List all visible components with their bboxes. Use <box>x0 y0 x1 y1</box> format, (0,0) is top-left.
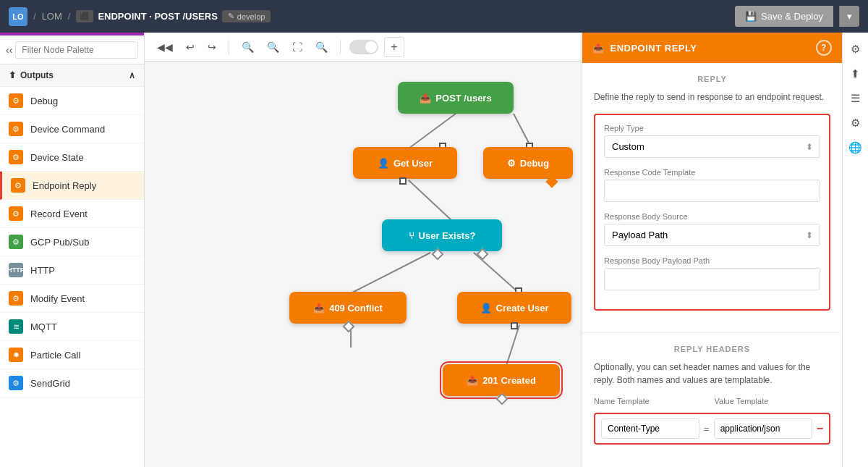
node-debug[interactable]: ⚙ Debug <box>483 147 573 179</box>
modify-event-icon: ⚙ <box>9 291 23 306</box>
sidebar-item-gcp-pubsub[interactable]: ⚙ GCP Pub/Sub <box>0 228 144 256</box>
post-users-label: POST /users <box>435 93 491 104</box>
sidebar-back-btn[interactable]: ‹‹ <box>6 44 12 56</box>
name-template-col-label: Name Template <box>594 397 706 405</box>
get-user-icon: 👤 <box>378 158 389 169</box>
topbar-logo[interactable]: LO <box>9 7 27 26</box>
toggle-knob <box>365 41 377 53</box>
undo-btn[interactable]: ↩ <box>182 39 198 55</box>
branch-label: develop <box>237 12 265 21</box>
svg-line-2 <box>409 180 452 221</box>
value-template-col-label: Value Template <box>715 397 827 405</box>
zoom-plus-btn[interactable]: 🔍 <box>263 39 283 55</box>
topbar-left: LO / LOM / ⬛ ENDPOINT · POST /USERS ✎ de… <box>9 7 271 26</box>
user-exists-label: User Exists? <box>419 230 476 241</box>
header-value-input-0[interactable] <box>714 418 812 439</box>
reply-section: REPLY Define the reply to send in respon… <box>582 63 842 333</box>
sidebar-item-http[interactable]: HTTP HTTP <box>0 256 144 285</box>
right-sidebar-globe-btn[interactable]: 🌐 <box>845 137 867 159</box>
device-state-label: Device State <box>30 152 84 163</box>
response-code-label: Response Code Template <box>604 168 820 177</box>
panel-header-icon: 📤 <box>592 43 605 54</box>
right-sidebar: ⚙ ⬆ ☰ ⚙ 🌐 <box>842 33 868 467</box>
breadcrumb-lom[interactable]: LOM <box>42 11 62 22</box>
add-node-btn[interactable]: + <box>384 37 404 57</box>
toolbar-sep2 <box>340 40 341 54</box>
sidebar-item-sendgrid[interactable]: ⚙ SendGrid <box>0 369 144 397</box>
right-sidebar-settings-btn[interactable]: ⚙ <box>845 38 867 60</box>
response-code-input[interactable]: 201 <box>604 180 820 202</box>
debug-label: Debug <box>30 96 58 106</box>
sidebar-item-modify-event[interactable]: ⚙ Modify Event <box>0 285 144 313</box>
zoom-minus-btn[interactable]: 🔍 <box>238 39 258 55</box>
http-label: HTTP <box>30 265 55 276</box>
endpoint-reply-label: Endpoint Reply <box>33 180 96 191</box>
toolbar-sep1 <box>229 40 229 54</box>
sidebar-item-mqtt[interactable]: ≋ MQTT <box>0 313 144 341</box>
fit-btn[interactable]: ⛶ <box>289 39 306 55</box>
svg-line-5 <box>506 325 519 366</box>
record-event-icon: ⚙ <box>9 206 23 221</box>
node-201-created[interactable]: 📤 201 Created <box>443 364 560 396</box>
right-panel: 📤 ENDPOINT REPLY ? REPLY Define the repl… <box>582 33 842 467</box>
outputs-icon: ⬆ <box>9 70 16 80</box>
right-sidebar-config-btn[interactable]: ⚙ <box>845 112 867 134</box>
redo-btn[interactable]: ↪ <box>204 39 220 55</box>
node-409-conflict[interactable]: 📤 409 Conflict <box>289 292 407 324</box>
create-user-icon: 👤 <box>480 303 492 314</box>
right-sidebar-up-btn[interactable]: ⬆ <box>845 63 867 85</box>
debug-flow-label: Debug <box>520 158 549 169</box>
branch-icon: ✎ <box>228 12 234 21</box>
sidebar-item-endpoint-reply[interactable]: ⚙ Endpoint Reply <box>0 172 144 200</box>
save-deploy-button[interactable]: 💾 Save & Deploy <box>735 6 833 27</box>
response-body-payload-input[interactable]: data.newUser <box>604 268 820 290</box>
reply-headers-title: REPLY HEADERS <box>594 345 830 353</box>
outputs-collapse[interactable]: ∧ <box>129 70 135 80</box>
save-deploy-dropdown[interactable]: ▾ <box>839 6 859 27</box>
header-name-input-0[interactable] <box>601 418 699 439</box>
sidebar-item-device-command[interactable]: ⚙ Device Command <box>0 115 144 143</box>
sidebar-section-outputs[interactable]: ⬆ Outputs ∧ <box>0 64 144 87</box>
node-post-users[interactable]: 📤 POST /users <box>398 82 514 114</box>
created-icon: 📤 <box>467 375 478 386</box>
topbar: LO / LOM / ⬛ ENDPOINT · POST /USERS ✎ de… <box>0 0 868 33</box>
connector-create-user-bottom <box>511 322 518 329</box>
sidebar: ‹‹ ⬆ Outputs ∧ ⚙ Debug ⚙ Device Command … <box>0 33 145 467</box>
particle-call-label: Particle Call <box>30 350 80 361</box>
filter-input[interactable] <box>15 41 138 59</box>
right-sidebar-layers-btn[interactable]: ☰ <box>845 88 867 109</box>
device-state-icon: ⚙ <box>9 150 23 164</box>
reply-type-select[interactable]: Custom Default Error <box>604 135 820 158</box>
create-user-label: Create User <box>496 303 549 314</box>
header-row-0: = − <box>594 413 830 445</box>
topbar-right: 💾 Save & Deploy ▾ <box>735 6 859 27</box>
node-get-user[interactable]: 👤 Get User <box>353 147 457 179</box>
sidebar-item-record-event[interactable]: ⚙ Record Event <box>0 200 144 228</box>
modify-event-label: Modify Event <box>30 293 85 304</box>
response-body-source-group: Response Body Source Payload Path String… <box>604 212 820 246</box>
svg-line-3 <box>351 253 430 293</box>
node-create-user[interactable]: 👤 Create User <box>457 292 571 324</box>
conflict-label: 409 Conflict <box>329 303 383 314</box>
sidebar-item-debug[interactable]: ⚙ Debug <box>0 87 144 115</box>
response-body-source-select[interactable]: Payload Path String Template None <box>604 224 820 246</box>
node-user-exists[interactable]: ⑂ User Exists? <box>382 219 502 251</box>
sidebar-toolbar: ‹‹ <box>0 35 144 64</box>
response-body-payload-group: Response Body Payload Path data.newUser <box>604 256 820 290</box>
reply-headers-desc: Optionally, you can set header names and… <box>594 361 830 387</box>
endpoint-icon: ⬛ <box>76 10 93 22</box>
debug-toggle[interactable] <box>349 40 378 54</box>
header-remove-btn-0[interactable]: − <box>817 422 823 435</box>
sidebar-item-device-state[interactable]: ⚙ Device State <box>0 143 144 172</box>
zoom-in-btn[interactable]: ◀◀ <box>153 39 176 55</box>
outputs-label: Outputs <box>20 70 54 80</box>
reply-type-group: Reply Type Custom Default Error <box>604 124 820 158</box>
reply-headers-section: REPLY HEADERS Optionally, you can set he… <box>582 333 842 456</box>
panel-help-btn[interactable]: ? <box>816 40 832 56</box>
branch-badge[interactable]: ✎ develop <box>222 10 271 22</box>
topbar-title: ⬛ ENDPOINT · POST /USERS <box>76 10 217 22</box>
device-command-icon: ⚙ <box>9 122 23 136</box>
search-btn[interactable]: 🔍 <box>312 39 331 55</box>
sidebar-item-particle-call[interactable]: ✸ Particle Call <box>0 341 144 369</box>
reply-section-title: REPLY <box>594 75 830 83</box>
